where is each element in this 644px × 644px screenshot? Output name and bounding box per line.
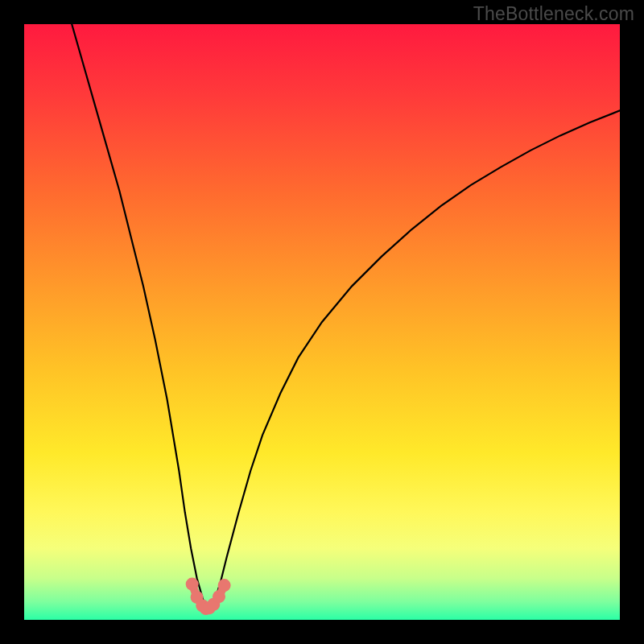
marker-dot — [218, 579, 231, 592]
curve-layer — [24, 24, 620, 620]
marker-dot — [213, 590, 225, 603]
marker-dot — [186, 578, 199, 591]
bottleneck-curve — [72, 24, 620, 609]
chart-frame: TheBottleneck.com — [0, 0, 644, 644]
watermark-text: TheBottleneck.com — [473, 3, 634, 25]
plot-area — [24, 24, 620, 620]
marker-arc-dots — [186, 578, 231, 615]
